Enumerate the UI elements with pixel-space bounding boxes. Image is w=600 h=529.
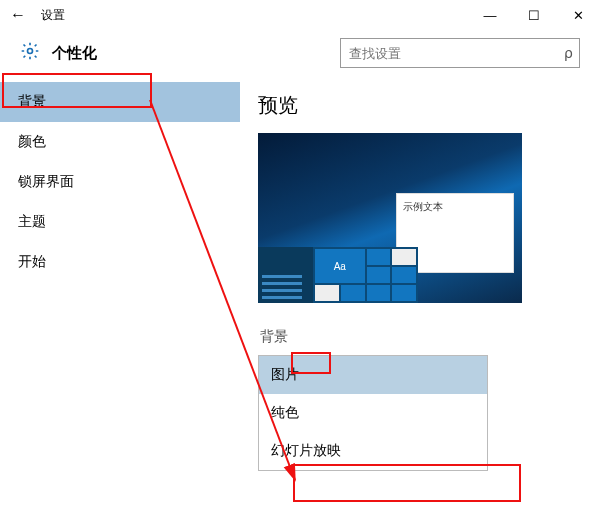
sample-window-text: 示例文本 xyxy=(403,201,443,212)
close-button[interactable]: ✕ xyxy=(556,0,600,30)
dropdown-item-solid[interactable]: 纯色 xyxy=(259,394,487,432)
svg-point-0 xyxy=(28,49,33,54)
search-box[interactable]: ⍴ xyxy=(340,38,580,68)
start-menu-mock: Aa xyxy=(258,247,418,303)
dropdown-item-label: 图片 xyxy=(271,366,299,382)
sidebar-item-label: 主题 xyxy=(18,213,46,229)
background-dropdown[interactable]: 图片 纯色 幻灯片放映 xyxy=(258,355,488,471)
body: 背景 颜色 锁屏界面 主题 开始 预览 示例文本 Aa xyxy=(0,82,600,521)
sidebar-item-label: 开始 xyxy=(18,253,46,269)
maximize-button[interactable]: ☐ xyxy=(512,0,556,30)
desktop-preview: 示例文本 Aa xyxy=(258,133,522,303)
window-title: 设置 xyxy=(41,7,65,24)
gear-icon xyxy=(20,41,40,65)
header: 个性化 ⍴ xyxy=(0,30,600,82)
sidebar-item-start[interactable]: 开始 xyxy=(0,242,240,282)
window-controls: — ☐ ✕ xyxy=(468,0,600,30)
dropdown-item-slideshow[interactable]: 幻灯片放映 xyxy=(259,432,487,470)
sidebar-item-lockscreen[interactable]: 锁屏界面 xyxy=(0,162,240,202)
sidebar-item-label: 锁屏界面 xyxy=(18,173,74,189)
content-pane: 预览 示例文本 Aa 背景 图片 xyxy=(240,82,600,521)
page-title: 个性化 xyxy=(52,44,97,63)
sidebar-item-label: 颜色 xyxy=(18,133,46,149)
dropdown-item-label: 纯色 xyxy=(271,404,299,420)
background-dropdown-label: 背景 xyxy=(258,327,290,347)
sidebar-item-label: 背景 xyxy=(18,93,46,109)
tile-aa: Aa xyxy=(315,249,365,283)
sidebar-item-color[interactable]: 颜色 xyxy=(0,122,240,162)
sidebar-item-theme[interactable]: 主题 xyxy=(0,202,240,242)
back-button[interactable]: ← xyxy=(10,6,26,24)
dropdown-item-picture[interactable]: 图片 xyxy=(259,356,487,394)
sidebar-item-background[interactable]: 背景 xyxy=(0,82,240,122)
dropdown-item-label: 幻灯片放映 xyxy=(271,442,341,458)
sidebar: 背景 颜色 锁屏界面 主题 开始 xyxy=(0,82,240,521)
search-input[interactable] xyxy=(349,46,549,61)
search-icon: ⍴ xyxy=(564,45,573,61)
minimize-button[interactable]: — xyxy=(468,0,512,30)
preview-heading: 预览 xyxy=(258,92,590,119)
titlebar: ← 设置 — ☐ ✕ xyxy=(0,0,600,30)
